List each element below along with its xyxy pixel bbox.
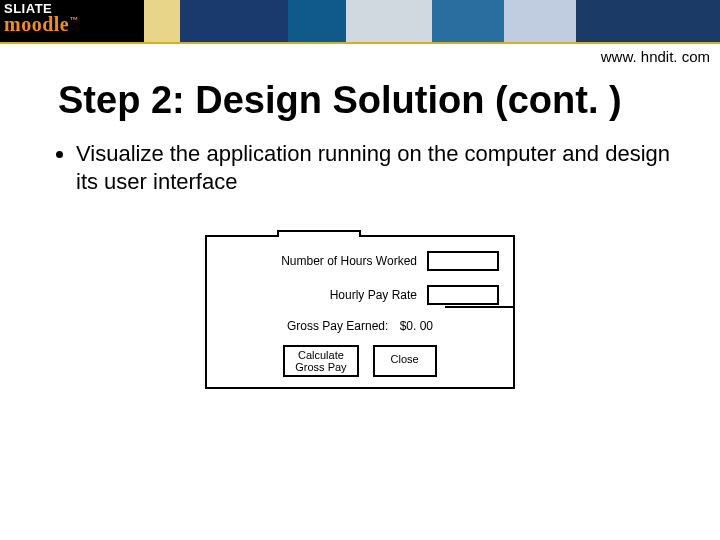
bullet-item: Visualize the application running on the…: [76, 140, 680, 195]
ui-mockup: Number of Hours Worked Hourly Pay Rate G…: [205, 235, 515, 389]
hours-input[interactable]: [427, 251, 499, 271]
rate-input[interactable]: [427, 285, 499, 305]
site-url: www. hndit. com: [0, 44, 720, 65]
brand-logo: SLIATE moodle™: [4, 2, 79, 35]
bullet-list: Visualize the application running on the…: [0, 140, 720, 195]
gross-value: $0. 00: [400, 319, 433, 333]
close-btn-label: Close: [391, 353, 419, 365]
calculate-button[interactable]: Calculate Gross Pay: [283, 345, 358, 377]
calc-btn-line2: Gross Pay: [295, 361, 346, 373]
rate-label: Hourly Pay Rate: [221, 288, 417, 302]
brand-moodle: moodle: [4, 13, 69, 35]
gross-label: Gross Pay Earned:: [287, 319, 388, 333]
brand-tm: ™: [69, 15, 79, 25]
slide-title: Step 2: Design Solution (cont. ): [58, 79, 720, 122]
header-banner: SLIATE moodle™: [0, 0, 720, 44]
hours-label: Number of Hours Worked: [221, 254, 417, 268]
close-button[interactable]: Close: [373, 345, 437, 377]
calc-btn-line1: Calculate: [298, 349, 344, 361]
